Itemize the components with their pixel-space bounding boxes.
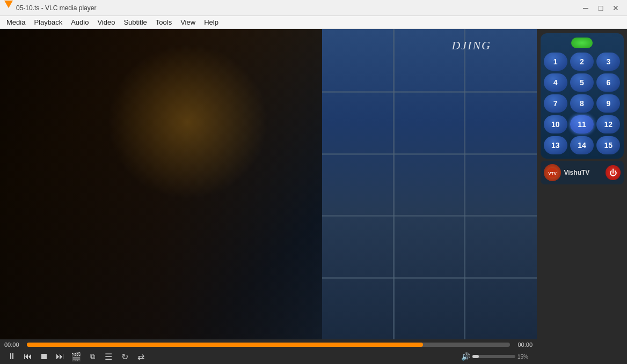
toggle-playlist-button[interactable]: 🎬 <box>69 350 84 363</box>
menu-view[interactable]: View <box>176 17 200 27</box>
title-bar: 05-10.ts - VLC media player ─ □ ✕ <box>0 0 627 16</box>
video-container: DJING 00:00 00:00 ⏸ ⏮ ⏹ ⏭ 🎬 ⧉ ☰ ↻ ⇄ <box>0 29 537 364</box>
channel-widget: 1 2 3 4 5 6 7 8 9 10 11 12 13 14 15 <box>541 33 624 159</box>
loop-button[interactable]: ↻ <box>117 350 132 363</box>
menu-bar: Media Playback Audio Video Subtitle Tool… <box>0 16 627 29</box>
channel-2[interactable]: 2 <box>570 53 594 71</box>
power-button[interactable]: ⏻ <box>606 165 621 180</box>
menu-playback[interactable]: Playback <box>30 17 67 27</box>
buttons-row: ⏸ ⏮ ⏹ ⏭ 🎬 ⧉ ☰ ↻ ⇄ 🔊 15% <box>4 350 533 363</box>
vishutv-label: VishuTV <box>564 169 602 176</box>
time-end: 00:00 <box>513 341 533 348</box>
svg-text:VTV: VTV <box>548 171 557 176</box>
window-hline-3 <box>322 215 537 217</box>
channel-grid: 1 2 3 4 5 6 7 8 9 10 11 12 13 14 15 <box>544 53 621 154</box>
channel-7[interactable]: 7 <box>544 94 567 113</box>
warm-glow <box>107 44 268 200</box>
channel-1[interactable]: 1 <box>544 53 567 71</box>
channel-15[interactable]: 15 <box>596 136 620 154</box>
channel-13[interactable]: 13 <box>544 136 567 154</box>
minimize-button[interactable]: ─ <box>579 3 593 13</box>
menu-media[interactable]: Media <box>2 17 30 27</box>
next-button[interactable]: ⏭ <box>53 350 68 363</box>
channel-10[interactable]: 10 <box>544 115 567 133</box>
window-controls: ─ □ ✕ <box>579 3 623 13</box>
volume-area: 🔊 15% <box>461 352 533 361</box>
prev-button[interactable]: ⏮ <box>20 350 35 363</box>
window-grid <box>322 29 537 339</box>
channel-9[interactable]: 9 <box>596 94 620 113</box>
close-button[interactable]: ✕ <box>609 3 623 13</box>
video-scene: DJING <box>0 29 537 339</box>
window-hline-4 <box>322 277 537 279</box>
menu-audio[interactable]: Audio <box>67 17 93 27</box>
channel-5[interactable]: 5 <box>570 73 594 92</box>
window-hline-2 <box>322 153 537 155</box>
channel-6[interactable]: 6 <box>596 73 620 92</box>
channel-3[interactable]: 3 <box>596 53 620 71</box>
main-area: DJING 00:00 00:00 ⏸ ⏮ ⏹ ⏭ 🎬 ⧉ ☰ ↻ ⇄ <box>0 29 627 364</box>
channel-11[interactable]: 11 <box>570 115 594 133</box>
channel-8[interactable]: 8 <box>570 94 594 113</box>
channel-14[interactable]: 14 <box>570 136 594 154</box>
watermark: DJING <box>451 39 491 53</box>
menu-video[interactable]: Video <box>93 17 119 27</box>
channel-12[interactable]: 12 <box>596 115 620 133</box>
time-start: 00:00 <box>4 341 24 348</box>
menu-subtitle[interactable]: Subtitle <box>119 17 151 27</box>
progress-row: 00:00 00:00 <box>4 341 533 348</box>
maximize-button[interactable]: □ <box>594 3 608 13</box>
volume-fill <box>472 355 479 358</box>
random-button[interactable]: ⇄ <box>133 350 148 363</box>
playlist-button[interactable]: ☰ <box>101 350 116 363</box>
menu-help[interactable]: Help <box>200 17 223 27</box>
progress-fill <box>27 343 423 347</box>
controls-bar: 00:00 00:00 ⏸ ⏮ ⏹ ⏭ 🎬 ⧉ ☰ ↻ ⇄ 🔊 <box>0 339 537 364</box>
menu-tools[interactable]: Tools <box>151 17 176 27</box>
progress-bar[interactable] <box>27 343 510 347</box>
green-button[interactable] <box>571 38 593 48</box>
video-frame: DJING <box>0 29 537 339</box>
extended-button[interactable]: ⧉ <box>85 350 100 363</box>
volume-bar[interactable] <box>472 355 515 358</box>
volume-pct: 15% <box>517 354 533 360</box>
channel-4[interactable]: 4 <box>544 73 567 92</box>
volume-icon[interactable]: 🔊 <box>461 352 470 361</box>
vishutv-logo: VTV <box>544 164 561 181</box>
window-hline-1 <box>322 91 537 93</box>
window-title: 05-10.ts - VLC media player <box>16 4 579 12</box>
pause-button[interactable]: ⏸ <box>4 350 19 363</box>
right-panel: 1 2 3 4 5 6 7 8 9 10 11 12 13 14 15 <box>537 29 627 364</box>
stop-button[interactable]: ⏹ <box>37 350 52 363</box>
bottom-bar: VTV VishuTV ⏻ <box>541 161 624 184</box>
vlc-icon <box>4 4 13 12</box>
